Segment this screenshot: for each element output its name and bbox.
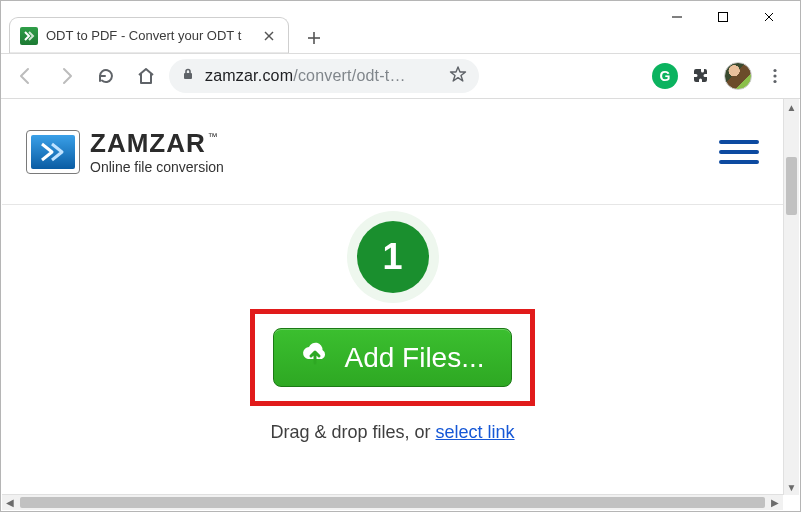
nav-reload-button[interactable]: [89, 59, 123, 93]
site-header: ZAMZAR ™ Online file conversion: [2, 99, 783, 205]
drop-hint-text: Drag & drop files, or: [270, 422, 435, 442]
svg-point-9: [773, 69, 776, 72]
horizontal-scroll-thumb[interactable]: [20, 497, 765, 508]
scroll-left-button[interactable]: ◀: [2, 495, 18, 510]
brand-tm: ™: [208, 132, 219, 142]
brand-name: ZAMZAR: [90, 130, 206, 156]
vertical-scrollbar[interactable]: ▲ ▼: [783, 99, 799, 495]
browser-tab[interactable]: ODT to PDF - Convert your ODT t: [9, 17, 289, 53]
step-number: 1: [382, 236, 402, 278]
browser-toolbar: zamzar.com/convert/odt-t… G: [1, 53, 800, 99]
tab-close-button[interactable]: [260, 27, 278, 45]
address-path: /convert/odt-t…: [293, 67, 405, 84]
scroll-down-button[interactable]: ▼: [784, 479, 799, 495]
vertical-scroll-thumb[interactable]: [786, 157, 797, 215]
viewport-wrap: ZAMZAR ™ Online file conversion 1: [2, 99, 799, 495]
svg-point-10: [773, 74, 776, 77]
extension-grammarly-label: G: [660, 68, 671, 84]
address-host: zamzar.com: [205, 67, 293, 84]
brand-tagline: Online file conversion: [90, 160, 224, 174]
tab-title: ODT to PDF - Convert your ODT t: [46, 28, 252, 43]
address-bar[interactable]: zamzar.com/convert/odt-t…: [169, 59, 479, 93]
site-logo[interactable]: ZAMZAR ™ Online file conversion: [26, 130, 224, 174]
kebab-menu-button[interactable]: [758, 59, 792, 93]
tabstrip: ODT to PDF - Convert your ODT t: [9, 15, 329, 53]
svg-rect-1: [719, 13, 728, 22]
toolbar-right: G: [652, 59, 792, 93]
logo-mark-icon: [26, 130, 80, 174]
profile-avatar-button[interactable]: [724, 62, 752, 90]
horizontal-scrollbar[interactable]: ◀ ▶: [2, 494, 783, 510]
extension-grammarly-icon[interactable]: G: [652, 63, 678, 89]
window-controls: [654, 1, 800, 33]
window-close-button[interactable]: [746, 1, 792, 33]
hamburger-menu-button[interactable]: [719, 136, 759, 168]
lock-icon: [181, 67, 195, 85]
logo-text: ZAMZAR ™ Online file conversion: [90, 130, 224, 174]
scroll-right-button[interactable]: ▶: [767, 495, 783, 510]
extensions-button[interactable]: [684, 59, 718, 93]
nav-back-button[interactable]: [9, 59, 43, 93]
main-content: 1 Add Files... Drag & drop files, or sel…: [2, 205, 783, 443]
window-maximize-button[interactable]: [700, 1, 746, 33]
add-files-button[interactable]: Add Files...: [273, 328, 511, 387]
bookmark-star-icon[interactable]: [449, 65, 467, 87]
select-link[interactable]: select link: [436, 422, 515, 442]
add-files-label: Add Files...: [344, 342, 484, 374]
new-tab-button[interactable]: [299, 23, 329, 53]
nav-home-button[interactable]: [129, 59, 163, 93]
annotation-highlight: Add Files...: [250, 309, 534, 406]
nav-forward-button[interactable]: [49, 59, 83, 93]
upload-cloud-icon: [300, 341, 330, 374]
window-minimize-button[interactable]: [654, 1, 700, 33]
scroll-up-button[interactable]: ▲: [784, 99, 799, 115]
favicon-icon: [20, 27, 38, 45]
browser-window: ODT to PDF - Convert your ODT t z: [0, 0, 801, 512]
page-viewport: ZAMZAR ™ Online file conversion 1: [2, 99, 783, 495]
address-url: zamzar.com/convert/odt-t…: [205, 67, 439, 85]
drop-hint: Drag & drop files, or select link: [270, 422, 514, 443]
svg-rect-8: [184, 73, 192, 79]
svg-point-11: [773, 80, 776, 83]
step-badge: 1: [357, 221, 429, 293]
